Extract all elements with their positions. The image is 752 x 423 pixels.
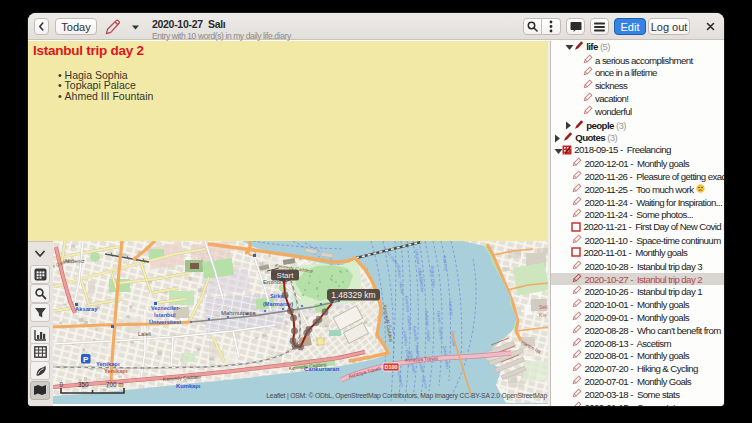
svg-text:Kumkapı: Kumkapı <box>176 383 201 389</box>
svg-text:Aksaray: Aksaray <box>75 306 98 312</box>
svg-text:Yenikapı: Yenikapı <box>96 361 120 367</box>
svg-text:1.48329 km: 1.48329 km <box>331 290 375 300</box>
svg-text:700 m: 700 m <box>106 381 124 388</box>
svg-text:Laleli: Laleli <box>138 331 151 337</box>
svg-text:Seli: Seli <box>539 304 548 310</box>
svg-text:Yenikapı: Yenikapı <box>104 368 128 374</box>
svg-text:İstanbul: İstanbul <box>154 312 176 318</box>
svg-text:Mahmutpaşa: Mahmutpaşa <box>221 310 256 316</box>
svg-text:Üniversitesi: Üniversitesi <box>149 319 181 325</box>
svg-text:Vezneciler-: Vezneciler- <box>151 305 180 311</box>
svg-text:0: 0 <box>59 381 63 388</box>
svg-text:D100: D100 <box>384 364 397 370</box>
svg-text:Start: Start <box>276 271 294 280</box>
svg-text:P: P <box>83 355 89 364</box>
svg-text:Leaflet | OSM: © ODbL, OpenStr: Leaflet | OSM: © ODbL, OpenStreetMap Con… <box>266 392 547 400</box>
svg-text:350: 350 <box>78 381 89 388</box>
svg-text:Kış: Kış <box>539 312 547 318</box>
